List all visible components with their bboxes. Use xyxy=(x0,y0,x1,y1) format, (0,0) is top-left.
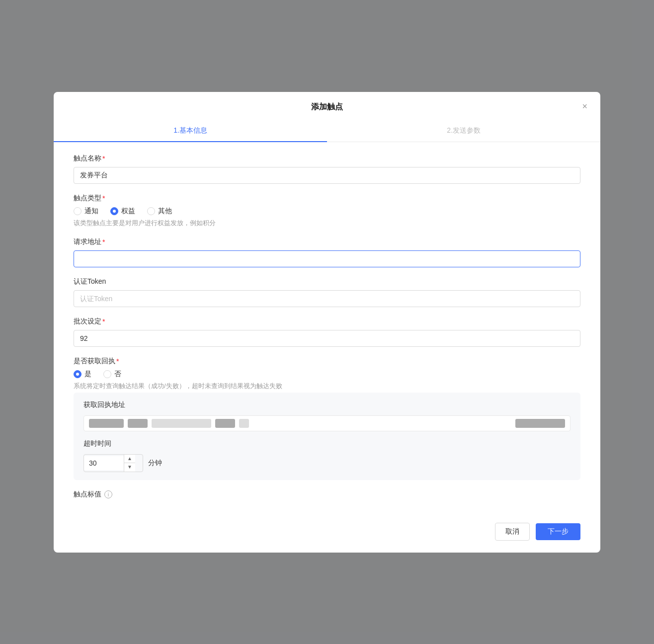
radio-circle-rights xyxy=(110,207,118,215)
tab-send-params[interactable]: 2.发送参数 xyxy=(327,120,600,142)
modal-overlay: 添加触点 × 1.基本信息 2.发送参数 触点名称 * xyxy=(0,0,654,644)
info-icon[interactable]: i xyxy=(104,490,112,498)
modal-footer: 取消 下一步 xyxy=(54,515,600,541)
get-receipt-hint: 系统将定时查询触达结果（成功/失败），超时未查询到结果视为触达失败 xyxy=(74,382,580,391)
next-button[interactable]: 下一步 xyxy=(536,523,580,540)
radio-label-yes: 是 xyxy=(84,370,91,379)
receipt-section-box: 获取回执地址 超时时间 xyxy=(74,393,580,480)
modal-body: 触点名称 * 触点类型 * 通知 权益 xyxy=(54,142,600,515)
label-touch-type: 触点类型 * xyxy=(74,194,580,203)
form-group-batch-setting: 批次设定 * xyxy=(74,317,580,347)
radio-label-notice: 通知 xyxy=(84,207,98,216)
form-group-touch-name: 触点名称 * xyxy=(74,154,580,184)
label-request-url: 请求地址 * xyxy=(74,238,580,246)
required-star-receipt: * xyxy=(116,357,119,365)
form-group-auth-token: 认证Token xyxy=(74,277,580,307)
form-group-touch-type: 触点类型 * 通知 权益 其他 xyxy=(74,194,580,228)
radio-item-other[interactable]: 其他 xyxy=(147,207,172,216)
blur-block-5 xyxy=(239,419,249,428)
spinner-down-button[interactable]: ▼ xyxy=(124,463,135,472)
radio-label-no: 否 xyxy=(114,370,121,379)
touch-name-input[interactable] xyxy=(74,167,580,184)
form-group-touch-value: 触点标值 i xyxy=(74,490,580,499)
radio-item-yes[interactable]: 是 xyxy=(74,370,91,379)
radio-item-no[interactable]: 否 xyxy=(103,370,121,379)
blur-block-6 xyxy=(515,419,565,428)
radio-circle-notice xyxy=(74,207,82,215)
form-group-get-receipt: 是否获取回执 * 是 否 系统将定时查询触达结果（成功/失败），超时未查询到结果… xyxy=(74,357,580,480)
label-batch-setting: 批次设定 * xyxy=(74,317,580,326)
radio-circle-no xyxy=(103,370,111,378)
get-receipt-radio-group: 是 否 xyxy=(74,370,580,379)
receipt-section-title: 获取回执地址 xyxy=(83,401,571,409)
label-touch-name: 触点名称 * xyxy=(74,154,580,163)
tab-basic-info[interactable]: 1.基本信息 xyxy=(54,120,327,142)
tabs-container: 1.基本信息 2.发送参数 xyxy=(54,120,600,142)
receipt-url-row xyxy=(83,415,571,431)
timeout-input-wrapper: ▲ ▼ xyxy=(83,454,143,472)
close-button[interactable]: × xyxy=(579,101,590,112)
blur-block-3 xyxy=(152,419,211,428)
form-group-request-url: 请求地址 * xyxy=(74,238,580,267)
modal-header: 添加触点 × xyxy=(54,92,600,112)
touch-type-radio-group: 通知 权益 其他 xyxy=(74,207,580,216)
label-auth-token: 认证Token xyxy=(74,277,580,286)
touch-type-hint: 该类型触点主要是对用户进行权益发放，例如积分 xyxy=(74,219,580,228)
radio-label-other: 其他 xyxy=(158,207,172,216)
timeout-input[interactable] xyxy=(84,456,124,470)
radio-item-rights[interactable]: 权益 xyxy=(110,207,135,216)
timeout-unit: 分钟 xyxy=(148,459,162,468)
timeout-row: ▲ ▼ 分钟 xyxy=(83,454,571,472)
blur-block-1 xyxy=(89,419,124,428)
cancel-button[interactable]: 取消 xyxy=(495,523,530,541)
radio-item-notice[interactable]: 通知 xyxy=(74,207,98,216)
timeout-wrapper: 超时时间 ▲ ▼ 分钟 xyxy=(83,439,571,472)
label-touch-value: 触点标值 i xyxy=(74,490,580,499)
blur-block-4 xyxy=(215,419,235,428)
request-url-input[interactable] xyxy=(74,250,580,267)
required-star-name: * xyxy=(102,155,105,162)
timeout-title: 超时时间 xyxy=(83,439,571,448)
required-star-type: * xyxy=(102,194,105,202)
radio-label-rights: 权益 xyxy=(121,207,135,216)
required-star-batch: * xyxy=(102,318,105,325)
batch-setting-input[interactable] xyxy=(74,330,580,347)
radio-circle-yes xyxy=(74,370,82,378)
spinner-up-button[interactable]: ▲ xyxy=(124,455,135,463)
required-star-url: * xyxy=(102,238,105,246)
timeout-spinners: ▲ ▼ xyxy=(124,455,135,472)
auth-token-input[interactable] xyxy=(74,290,580,307)
radio-circle-other xyxy=(147,207,155,215)
modal-title: 添加触点 xyxy=(311,102,343,112)
label-get-receipt: 是否获取回执 * xyxy=(74,357,580,366)
modal: 添加触点 × 1.基本信息 2.发送参数 触点名称 * xyxy=(54,92,600,553)
blur-block-2 xyxy=(128,419,148,428)
